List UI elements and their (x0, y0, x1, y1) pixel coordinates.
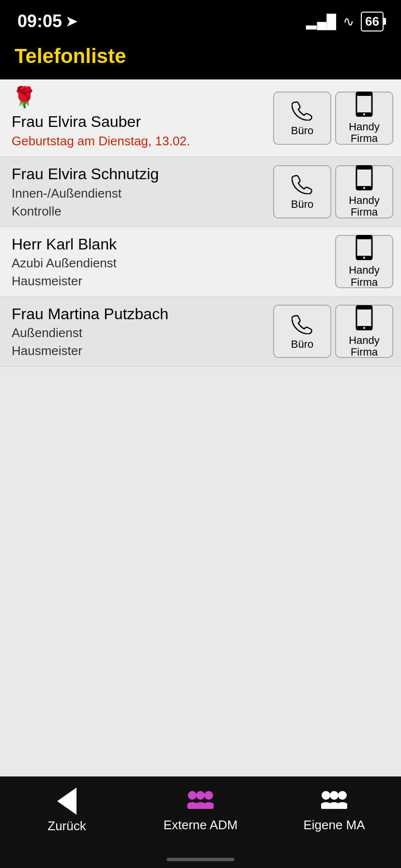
mobile-icon (355, 165, 373, 192)
contact-name: Frau Elvira Sauber (12, 112, 267, 131)
svg-rect-5 (356, 166, 372, 170)
status-bar: 09:05 ➤ ▂▄█ ∿ 66 (0, 0, 401, 39)
phone-icon (292, 173, 313, 196)
action-buttons: Büro HandyFirma (273, 92, 393, 145)
action-buttons: HandyFirma (335, 235, 393, 288)
phone-icon (292, 99, 313, 122)
contact-birthday: Geburtstag am Dienstag, 13.02. (12, 134, 267, 149)
buero-button[interactable]: Büro (273, 92, 331, 145)
mobile-icon (355, 235, 373, 262)
location-arrow-icon: ➤ (66, 14, 77, 30)
page-title: Telefonliste (15, 45, 386, 68)
svg-point-23 (330, 791, 339, 800)
list-item: 🌹 Frau Elvira Sauber Geburtstag am Diens… (0, 79, 401, 157)
contact-dept: Außendienst (12, 325, 267, 341)
handy-firma-label: HandyFirma (349, 195, 380, 218)
contact-sub: Kontrolle (12, 204, 267, 219)
contact-info: Frau Martina Putzbach Außendienst Hausme… (12, 305, 267, 358)
svg-point-22 (322, 791, 330, 800)
buero-label: Büro (291, 199, 313, 210)
svg-point-16 (188, 791, 197, 800)
svg-rect-13 (356, 306, 372, 310)
list-item: Frau Elvira Schnutzig Innen-/Außendienst… (0, 157, 401, 227)
tab-eigene-ma[interactable]: Eigene MA (267, 789, 401, 833)
status-right: ▂▄█ ∿ 66 (306, 12, 384, 31)
svg-point-18 (204, 791, 213, 800)
svg-point-11 (363, 257, 365, 259)
handy-firma-label: HandyFirma (349, 121, 380, 144)
handy-firma-button[interactable]: HandyFirma (335, 165, 393, 218)
contact-name: Frau Elvira Schnutzig (12, 165, 267, 183)
svg-point-21 (203, 802, 214, 809)
mobile-icon (355, 305, 373, 332)
contact-list: 🌹 Frau Elvira Sauber Geburtstag am Diens… (0, 79, 401, 776)
status-time: 09:05 ➤ (17, 11, 77, 31)
handy-firma-button[interactable]: HandyFirma (335, 305, 393, 358)
rose-icon: 🌹 (12, 87, 37, 108)
wifi-icon: ∿ (343, 14, 354, 30)
back-arrow-icon (57, 788, 77, 815)
svg-point-3 (363, 113, 365, 115)
svg-rect-9 (356, 235, 372, 239)
contact-dept: Azubi Außendienst (12, 255, 329, 272)
contact-sub: Hausmeister (12, 343, 267, 358)
handy-firma-button[interactable]: HandyFirma (335, 235, 393, 288)
handy-firma-label: HandyFirma (349, 335, 380, 358)
buero-label: Büro (291, 125, 313, 137)
mobile-icon (355, 92, 373, 118)
list-item: Herr Karl Blank Azubi Außendienst Hausme… (0, 227, 401, 297)
contact-name: Herr Karl Blank (12, 235, 329, 253)
contact-info: Herr Karl Blank Azubi Außendienst Hausme… (12, 235, 329, 289)
svg-point-27 (337, 802, 347, 809)
home-bar (167, 858, 234, 861)
svg-rect-1 (356, 92, 372, 96)
phone-icon (292, 313, 313, 336)
buero-label: Büro (291, 339, 313, 350)
svg-point-17 (196, 791, 205, 800)
tab-bar: Zurück Externe ADM Eigen (0, 776, 401, 854)
handy-firma-button[interactable]: HandyFirma (335, 92, 393, 145)
svg-point-24 (338, 791, 347, 800)
home-indicator (0, 854, 401, 868)
buero-button[interactable]: Büro (273, 305, 331, 358)
action-buttons: Büro HandyFirma (273, 165, 393, 218)
battery-level: 66 (365, 14, 379, 29)
rose-area: 🌹 (12, 87, 267, 108)
contact-name: Frau Martina Putzbach (12, 305, 267, 323)
contact-info: 🌹 Frau Elvira Sauber Geburtstag am Diens… (12, 87, 267, 149)
contact-info: Frau Elvira Schnutzig Innen-/Außendienst… (12, 165, 267, 218)
tab-back-label: Zurück (47, 819, 86, 834)
battery-indicator: 66 (361, 12, 384, 31)
contact-dept: Innen-/Außendienst (12, 186, 267, 202)
contact-sub: Hausmeister (12, 274, 329, 289)
time-display: 09:05 (17, 11, 62, 31)
handy-firma-label: HandyFirma (349, 264, 380, 288)
svg-point-15 (363, 327, 365, 329)
eigene-ma-icon (321, 789, 347, 814)
tab-externe-adm-label: Externe ADM (163, 818, 237, 833)
svg-point-7 (363, 187, 365, 189)
list-item: Frau Martina Putzbach Außendienst Hausme… (0, 297, 401, 367)
tab-externe-adm[interactable]: Externe ADM (134, 789, 267, 833)
tab-eigene-ma-label: Eigene MA (303, 818, 365, 833)
tab-back[interactable]: Zurück (0, 788, 134, 834)
page-header: Telefonliste (0, 39, 401, 79)
action-buttons: Büro HandyFirma (273, 305, 393, 358)
externe-adm-icon (187, 789, 214, 814)
signal-icon: ▂▄█ (306, 14, 336, 30)
buero-button[interactable]: Büro (273, 165, 331, 218)
